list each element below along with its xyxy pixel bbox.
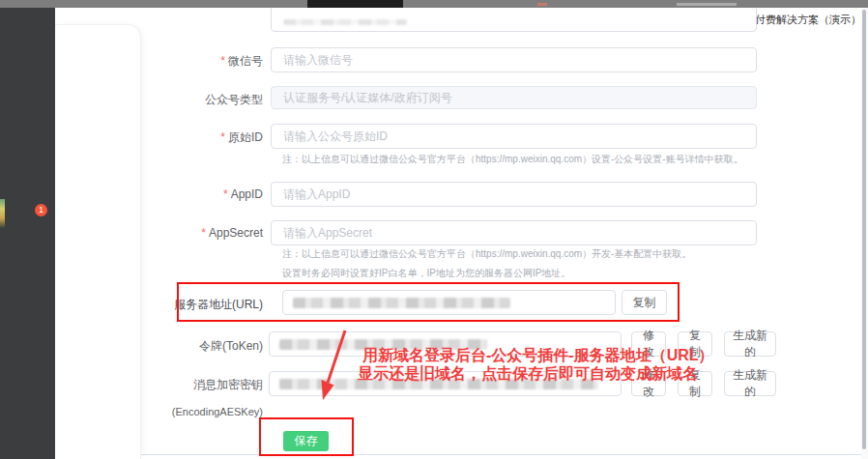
- server-url-copy-button[interactable]: 复制: [622, 290, 667, 315]
- required-mark: *: [220, 130, 225, 144]
- appsecret-input[interactable]: [271, 220, 757, 245]
- server-url-field[interactable]: [282, 290, 616, 315]
- annotation-line2: 显示还是旧域名，点击保存后即可自动变成新域名: [358, 364, 698, 385]
- blurred-value: [293, 298, 510, 308]
- aeskey-sublabel: (EncodingAESKey): [135, 406, 263, 417]
- main-sidebar: [0, 8, 55, 459]
- original-id-input[interactable]: [271, 124, 757, 149]
- required-mark: *: [220, 54, 225, 68]
- appid-input[interactable]: [271, 182, 757, 207]
- required-mark: *: [201, 226, 206, 240]
- original-id-note: 注：以上信息可以通过微信公众号官方平台（https://mp.weixin.qq…: [282, 153, 743, 166]
- wechat-id-input[interactable]: [271, 47, 757, 72]
- ip-whitelist-note: 设置时务必同时设置好IP白名单，IP地址为您的服务器公网IP地址。: [282, 267, 570, 280]
- red-arrow-down-icon: [307, 327, 358, 406]
- token-label: 令牌(ToKen): [135, 338, 263, 355]
- account-type-input: [271, 86, 757, 109]
- appsecret-note: 注：以上信息可以通过微信公众号官方平台（https://mp.weixin.qq…: [282, 247, 691, 261]
- blurred-value: [283, 19, 407, 25]
- aeskey-generate-button[interactable]: 生成新的: [724, 371, 776, 396]
- edge-artifact: [0, 199, 5, 228]
- account-type-label: 公众号类型: [135, 92, 263, 108]
- scrollbar-thumb[interactable]: [862, 10, 866, 449]
- browser-tab-fragment: [307, 0, 403, 8]
- aeskey-label: 消息加密密钥: [135, 377, 263, 393]
- top-strip-mark: [677, 3, 737, 6]
- annotation-line1: 用新域名登录后台-公众号插件-服务器地址（URL）: [362, 346, 714, 366]
- partial-input-top[interactable]: [271, 5, 757, 32]
- message-badge: 1: [35, 204, 47, 216]
- save-button[interactable]: 保存: [283, 431, 329, 451]
- appsecret-label: *AppSecret: [135, 226, 263, 240]
- appid-label: *AppID: [135, 187, 263, 201]
- server-url-label: 服务器地址(URL): [135, 297, 263, 313]
- original-id-label: *原始ID: [135, 129, 263, 146]
- wechat-id-label: *微信号: [135, 53, 263, 70]
- browser-top-strip: [0, 0, 868, 8]
- top-strip-mark: [537, 3, 547, 6]
- token-generate-button[interactable]: 生成新的: [724, 331, 776, 357]
- required-mark: *: [223, 187, 228, 201]
- bottom-divider: [55, 454, 868, 455]
- submenu-panel: [55, 24, 141, 459]
